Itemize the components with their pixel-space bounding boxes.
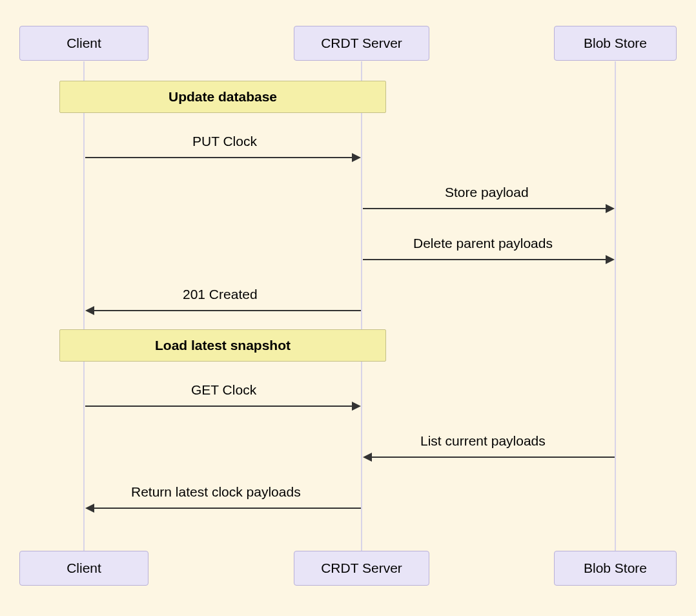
lifeline-client xyxy=(83,61,85,551)
lifeline-blob xyxy=(615,61,616,551)
message-created: 201 Created xyxy=(183,287,258,302)
participant-blob-top: Blob Store xyxy=(554,26,677,61)
message-put-clock: PUT Clock xyxy=(192,134,257,149)
arrowhead-return-latest xyxy=(85,504,94,513)
arrowhead-store-payload xyxy=(606,204,615,213)
arrow-get-clock xyxy=(85,406,352,407)
arrow-list-current xyxy=(372,457,615,458)
arrowhead-list-current xyxy=(363,453,372,462)
participant-server-top: CRDT Server xyxy=(294,26,429,61)
participant-blob-bottom: Blob Store xyxy=(554,551,677,586)
note-update-database: Update database xyxy=(59,81,386,113)
arrowhead-delete-parent xyxy=(606,255,615,264)
message-get-clock: GET Clock xyxy=(191,382,256,398)
participant-client-top: Client xyxy=(19,26,148,61)
arrow-store-payload xyxy=(363,208,606,209)
arrow-return-latest xyxy=(94,508,361,509)
arrow-put-clock xyxy=(85,157,352,158)
arrowhead-created xyxy=(85,306,94,315)
arrow-delete-parent xyxy=(363,259,606,260)
lifeline-server xyxy=(361,61,362,551)
message-return-latest: Return latest clock payloads xyxy=(131,484,301,500)
arrowhead-put-clock xyxy=(352,153,361,162)
message-list-current: List current payloads xyxy=(420,433,546,449)
arrowhead-get-clock xyxy=(352,402,361,411)
message-store-payload: Store payload xyxy=(445,185,529,200)
arrow-created xyxy=(94,310,361,311)
message-delete-parent: Delete parent payloads xyxy=(413,236,553,251)
note-load-snapshot: Load latest snapshot xyxy=(59,329,386,362)
participant-client-bottom: Client xyxy=(19,551,148,586)
participant-server-bottom: CRDT Server xyxy=(294,551,429,586)
